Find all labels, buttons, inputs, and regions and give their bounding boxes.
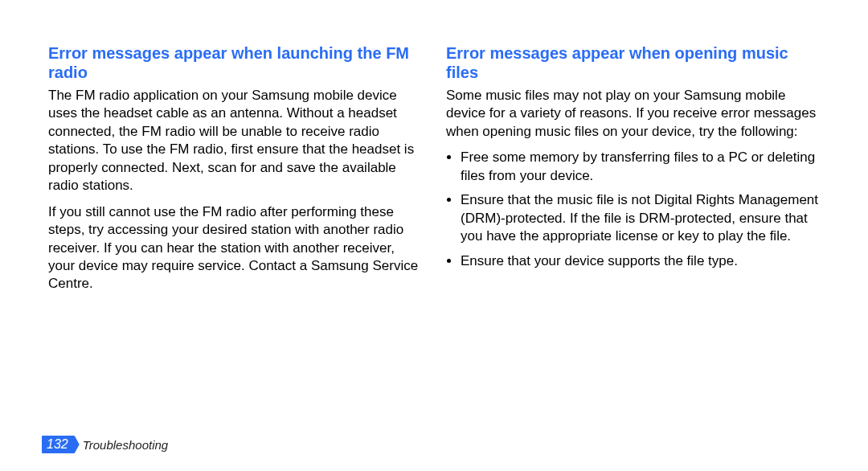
column-right: Error messages appear when opening music…	[446, 43, 820, 301]
left-heading: Error messages appear when launching the…	[48, 43, 422, 82]
list-item: Ensure that the music file is not Digita…	[461, 191, 820, 245]
page-footer: 132 Troubleshooting	[42, 436, 168, 453]
left-paragraph-2: If you still cannot use the FM radio aft…	[48, 203, 422, 293]
right-heading: Error messages appear when opening music…	[446, 43, 820, 82]
page-number-badge: 132	[42, 436, 75, 453]
list-item: Free some memory by transferring files t…	[461, 149, 820, 185]
left-paragraph-1: The FM radio application on your Samsung…	[48, 87, 422, 195]
document-page: Error messages appear when launching the…	[0, 0, 868, 471]
right-intro: Some music files may not play on your Sa…	[446, 87, 820, 141]
footer-section-title: Troubleshooting	[83, 438, 168, 452]
right-bullet-list: Free some memory by transferring files t…	[446, 149, 820, 270]
column-left: Error messages appear when launching the…	[48, 43, 422, 301]
list-item: Ensure that your device supports the fil…	[461, 252, 820, 270]
two-column-layout: Error messages appear when launching the…	[48, 43, 820, 301]
